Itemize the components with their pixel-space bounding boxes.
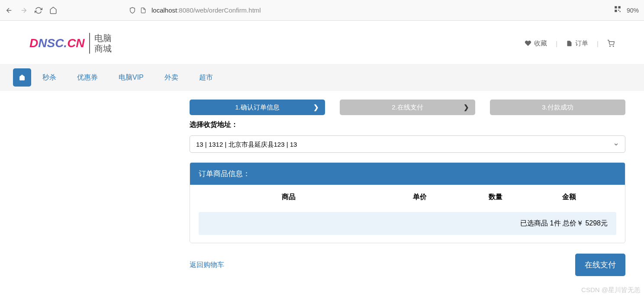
browser-toolbar: localhost:8080/web/orderConfirm.html 90% <box>0 0 644 21</box>
address-label: 选择收货地址： <box>190 120 625 129</box>
url-bar[interactable]: localhost:8080/web/orderConfirm.html <box>129 6 607 14</box>
browser-right-controls: 90% <box>614 5 639 15</box>
svg-rect-3 <box>618 10 619 11</box>
svg-rect-2 <box>615 10 617 12</box>
footer-actions: 返回购物车 在线支付 <box>190 254 625 276</box>
order-summary: 已选商品 1件 总价￥ 5298元 <box>199 212 616 235</box>
nav-item-market[interactable]: 超市 <box>190 69 222 87</box>
svg-rect-0 <box>615 6 617 8</box>
order-panel: 订单商品信息： 商品 单价 数量 金额 已选商品 1件 总价￥ 5298元 <box>190 162 625 243</box>
back-to-cart-link[interactable]: 返回购物车 <box>190 261 224 270</box>
table-header: 商品 单价 数量 金额 <box>199 193 616 212</box>
forward-button[interactable] <box>20 6 28 14</box>
svg-point-5 <box>610 46 610 46</box>
file-icon <box>566 40 573 47</box>
heart-icon <box>525 40 531 47</box>
shield-icon <box>129 7 136 14</box>
nav-button-group <box>5 6 57 14</box>
step-3-label: 3.付款成功 <box>542 103 573 112</box>
logo-subtitle: 电脑 商城 <box>94 33 112 54</box>
col-price: 单价 <box>375 193 465 202</box>
home-button[interactable] <box>49 6 57 14</box>
logo-sub-2: 商城 <box>94 43 112 54</box>
nav-item-seckill[interactable]: 秒杀 <box>33 69 66 87</box>
step-2[interactable]: 2.在线支付 ❯ <box>340 100 475 115</box>
col-amount: 金额 <box>526 193 612 202</box>
main-content: 1.确认订单信息 ❯ 2.在线支付 ❯ 3.付款成功 选择收货地址： 13 | … <box>0 91 625 289</box>
site-header: DNSC.CN 电脑 商城 收藏 | 订单 | <box>0 21 644 64</box>
zoom-level[interactable]: 90% <box>627 7 639 14</box>
url-path: :8080/web/orderConfirm.html <box>177 6 261 14</box>
favorite-label: 收藏 <box>534 39 547 48</box>
main-nav: 秒杀 优惠券 电脑VIP 外卖 超市 <box>0 64 644 91</box>
step-2-label: 2.在线支付 <box>392 103 423 112</box>
svg-rect-1 <box>618 6 620 8</box>
back-button[interactable] <box>5 6 13 14</box>
nav-item-vip[interactable]: 电脑VIP <box>109 69 153 87</box>
pay-button[interactable]: 在线支付 <box>575 254 625 276</box>
step-1[interactable]: 1.确认订单信息 ❯ <box>190 100 325 115</box>
chevron-right-icon: ❯ <box>313 103 319 111</box>
step-3: 3.付款成功 <box>490 100 625 115</box>
qr-icon[interactable] <box>614 5 621 15</box>
order-label: 订单 <box>575 39 588 48</box>
order-link[interactable]: 订单 <box>566 39 588 48</box>
col-product: 商品 <box>203 193 375 202</box>
step-1-label: 1.确认订单信息 <box>235 103 280 112</box>
svg-point-6 <box>613 46 613 46</box>
col-qty: 数量 <box>465 193 526 202</box>
favorite-link[interactable]: 收藏 <box>525 39 547 48</box>
logo-divider <box>89 33 90 54</box>
header-separator: | <box>556 40 557 47</box>
address-select[interactable]: 13 | 1312 | 北京市县延庆县123 | 13 <box>190 135 625 153</box>
document-icon <box>140 7 146 14</box>
url-icons <box>129 7 146 14</box>
header-separator: | <box>597 40 599 47</box>
panel-body: 商品 单价 数量 金额 已选商品 1件 总价￥ 5298元 <box>190 185 625 243</box>
nav-item-delivery[interactable]: 外卖 <box>155 69 188 87</box>
home-icon <box>19 74 26 81</box>
logo-text: DNSC.CN <box>29 36 85 50</box>
reload-button[interactable] <box>35 6 42 14</box>
url-host: localhost <box>151 6 177 14</box>
svg-rect-4 <box>619 11 620 12</box>
address-select-wrapper: 13 | 1312 | 北京市县延庆县123 | 13 <box>190 135 625 153</box>
logo[interactable]: DNSC.CN 电脑 商城 <box>29 33 112 54</box>
watermark: CSDN @星川皆无恙 <box>581 286 641 289</box>
url-text: localhost:8080/web/orderConfirm.html <box>151 6 261 14</box>
panel-title: 订单商品信息： <box>190 163 625 185</box>
cart-link[interactable] <box>607 40 615 47</box>
header-links: 收藏 | 订单 | <box>525 39 615 48</box>
cart-icon <box>607 40 615 47</box>
step-indicator: 1.确认订单信息 ❯ 2.在线支付 ❯ 3.付款成功 <box>190 100 625 115</box>
nav-home-button[interactable] <box>13 68 31 87</box>
chevron-right-icon: ❯ <box>464 103 469 111</box>
nav-item-coupon[interactable]: 优惠券 <box>68 69 107 87</box>
logo-sub-1: 电脑 <box>94 33 112 43</box>
